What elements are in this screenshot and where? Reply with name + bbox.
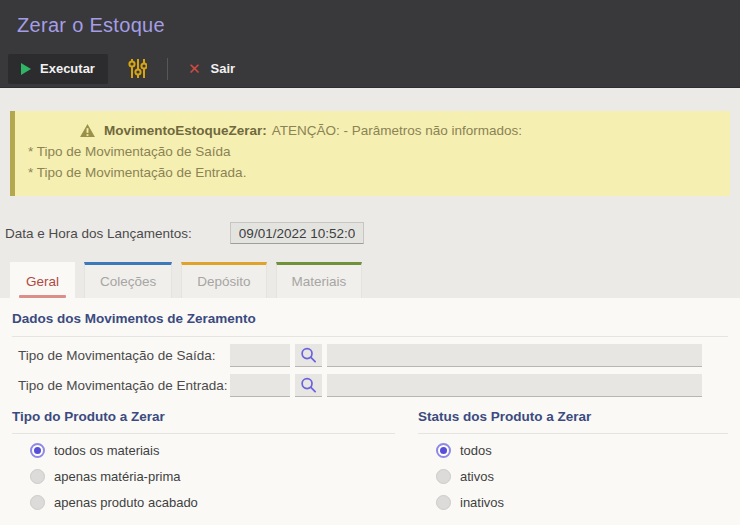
tab-label: Materiais	[292, 274, 347, 289]
datetime-label: Data e Hora dos Lançamentos:	[5, 226, 192, 241]
group-status-produto: Status dos Produto a Zerar todos ativos …	[418, 409, 728, 512]
execute-button-label: Executar	[40, 61, 95, 76]
toolbar-separator	[167, 58, 168, 80]
section-title: Dados dos Movimentos de Zeramento	[12, 298, 728, 337]
radio-status-todos[interactable]: todos	[436, 440, 728, 460]
zerar-estoque-window: Zerar o Estoque Executar ✕ Sair	[0, 0, 740, 525]
radio-status-inativos[interactable]: inativos	[436, 492, 728, 512]
radio-button-icon	[30, 443, 45, 458]
field-row-saida: Tipo de Movimentação de Saída:	[0, 344, 740, 367]
search-icon	[299, 376, 318, 395]
radio-groups-row: Tipo do Produto a Zerar todos os materia…	[0, 409, 740, 512]
tab-deposito[interactable]: Depósito	[181, 262, 266, 298]
radio-label: apenas matéria-prima	[54, 469, 180, 484]
warning-headline: MovimentoEstoqueZerar: ATENÇÃO: - Parâme…	[28, 120, 716, 141]
radio-apenas-materia-prima[interactable]: apenas matéria-prima	[30, 466, 395, 486]
warning-message: ATENÇÃO: - Parâmetros não informados:	[272, 120, 522, 141]
radio-button-icon	[30, 495, 45, 510]
field-label: Tipo de Movimentação de Saída:	[0, 348, 230, 363]
warning-triangle-icon	[80, 124, 95, 137]
warning-item: * Tipo de Movimentação de Entrada.	[28, 162, 716, 183]
warning-source: MovimentoEstoqueZerar:	[104, 120, 267, 141]
play-icon	[21, 63, 31, 75]
exit-button-label: Sair	[211, 61, 236, 76]
sliders-icon	[128, 58, 147, 79]
window-title-bar: Zerar o Estoque	[0, 0, 740, 50]
radio-button-icon	[30, 469, 45, 484]
main-content: MovimentoEstoqueZerar: ATENÇÃO: - Parâme…	[0, 111, 740, 525]
radio-button-icon	[436, 495, 451, 510]
field-row-entrada: Tipo de Movimentação de Entrada:	[0, 374, 740, 397]
radio-label: inativos	[460, 495, 504, 510]
radio-status-ativos[interactable]: ativos	[436, 466, 728, 486]
close-x-icon: ✕	[188, 61, 201, 76]
tab-colecoes[interactable]: Coleções	[84, 262, 172, 298]
search-icon	[299, 346, 318, 365]
tab-label: Depósito	[197, 274, 250, 289]
radio-todos-materiais[interactable]: todos os materiais	[30, 440, 395, 460]
tab-label: Coleções	[100, 274, 156, 289]
field-label: Tipo de Movimentação de Entrada:	[0, 378, 230, 393]
radio-label: todos	[460, 443, 492, 458]
group-tipo-produto: Tipo do Produto a Zerar todos os materia…	[12, 409, 395, 512]
exit-button[interactable]: ✕ Sair	[180, 54, 243, 84]
radio-label: ativos	[460, 469, 494, 484]
entrada-lookup-button[interactable]	[295, 374, 322, 397]
warning-banner: MovimentoEstoqueZerar: ATENÇÃO: - Parâme…	[10, 111, 730, 196]
radio-button-icon	[436, 443, 451, 458]
datetime-input[interactable]	[230, 222, 364, 244]
group-title: Status dos Produto a Zerar	[418, 409, 728, 434]
warning-item: * Tipo de Movimentação de Saída	[28, 141, 716, 162]
tab-materiais[interactable]: Materiais	[276, 262, 363, 298]
saida-description-input[interactable]	[327, 344, 702, 367]
settings-sliders-button[interactable]	[122, 54, 153, 84]
radio-label: apenas produto acabado	[54, 495, 198, 510]
execute-button[interactable]: Executar	[8, 54, 108, 84]
tab-label: Geral	[26, 274, 59, 289]
tab-panel-geral: Dados dos Movimentos de Zeramento Tipo d…	[0, 298, 740, 525]
entrada-code-input[interactable]	[230, 374, 290, 397]
entrada-description-input[interactable]	[327, 374, 702, 397]
radio-label: todos os materiais	[54, 443, 160, 458]
tab-bar: Geral Coleções Depósito Materiais	[10, 262, 740, 298]
radio-button-icon	[436, 469, 451, 484]
toolbar: Executar ✕ Sair	[0, 50, 740, 88]
page-title: Zerar o Estoque	[17, 14, 165, 37]
saida-lookup-button[interactable]	[295, 344, 322, 367]
datetime-row: Data e Hora dos Lançamentos:	[0, 222, 740, 244]
group-title: Tipo do Produto a Zerar	[12, 409, 395, 434]
radio-apenas-produto-acabado[interactable]: apenas produto acabado	[30, 492, 395, 512]
tab-geral[interactable]: Geral	[10, 262, 75, 298]
saida-code-input[interactable]	[230, 344, 290, 367]
